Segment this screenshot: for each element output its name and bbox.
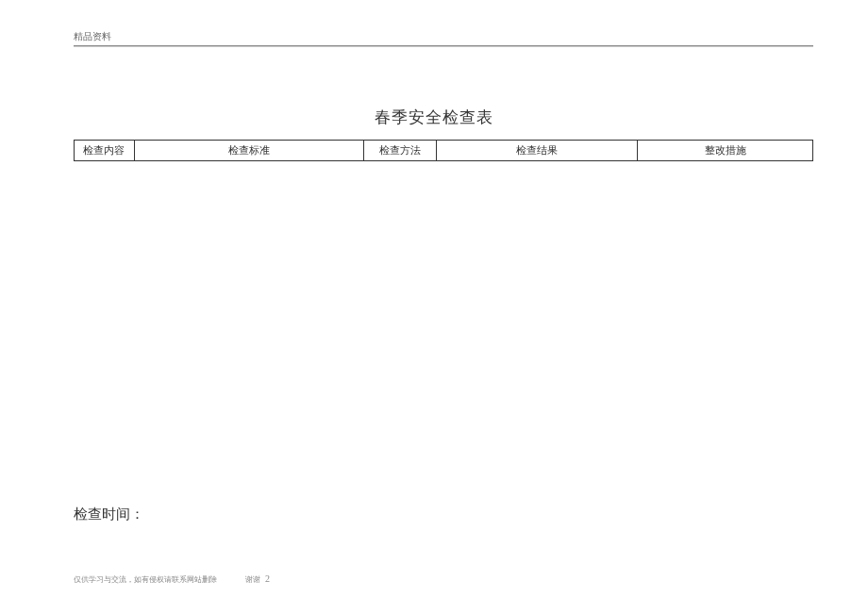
table-header-result: 检查结果: [436, 141, 638, 161]
header-divider: [74, 45, 813, 47]
inspection-table: 检查内容 检查标准 检查方法 检查结果 整改措施: [74, 140, 813, 161]
document-title: 春季安全检查表: [0, 107, 868, 128]
check-time-label: 检查时间：: [74, 506, 144, 523]
table-header-content: 检查内容: [75, 141, 135, 161]
table-header-row: 检查内容 检查标准 检查方法 检查结果 整改措施: [75, 141, 813, 161]
table-header-standard: 检查标准: [134, 141, 363, 161]
footer-disclaimer: 仅供学习与交流，如有侵权请联系网站删除: [74, 575, 217, 584]
page-number: 2: [265, 573, 270, 584]
footer-thanks: 谢谢: [245, 575, 260, 584]
table-header-action: 整改措施: [638, 141, 813, 161]
footer: 仅供学习与交流，如有侵权请联系网站删除 谢谢 2: [74, 573, 270, 585]
header-label: 精品资料: [74, 30, 111, 43]
table-header-method: 检查方法: [363, 141, 436, 161]
